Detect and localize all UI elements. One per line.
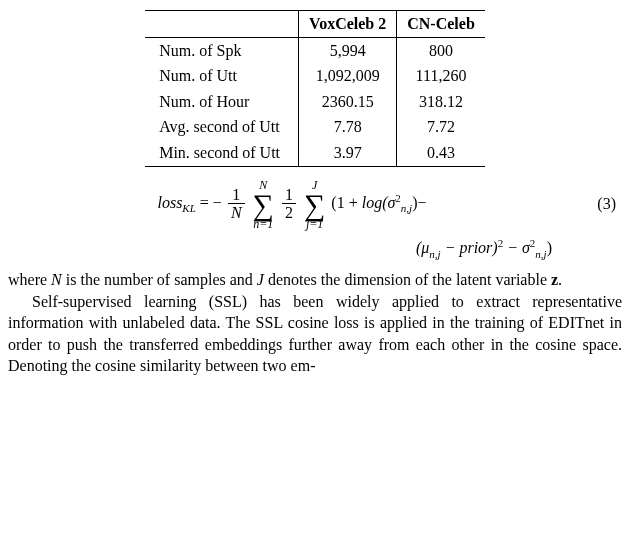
row-label: Num. of Spk [145,37,298,63]
row-vox: 7.78 [299,114,397,140]
sum-icon: J ∑ j=1 [304,179,325,230]
table-row: Avg. second of Utt 7.78 7.72 [145,114,485,140]
eq-lhs: lossKL [157,194,195,211]
row-cn: 7.72 [397,114,485,140]
paragraph-where: where N is the number of samples and J d… [8,269,622,291]
dataset-table: VoxCeleb 2 CN-Celeb Num. of Spk 5,994 80… [145,10,485,167]
row-cn: 800 [397,37,485,63]
row-label: Num. of Hour [145,89,298,115]
row-vox: 1,092,009 [299,63,397,89]
equation-line2: (μn,j − prior)2 − σ2n,j) [8,236,622,261]
table-row: Num. of Utt 1,092,009 111,260 [145,63,485,89]
eq-frac-1N: 1 N [228,187,245,222]
row-cn: 111,260 [397,63,485,89]
table-row: Num. of Hour 2360.15 318.12 [145,89,485,115]
row-vox: 3.97 [299,140,397,166]
row-label: Avg. second of Utt [145,114,298,140]
table-header-blank [145,11,298,38]
eq-term: (1 + log(σ2n,j)− [331,194,426,211]
equation-number: (3) [576,193,622,215]
row-label: Num. of Utt [145,63,298,89]
table-row: Num. of Spk 5,994 800 [145,37,485,63]
row-vox: 5,994 [299,37,397,63]
sum-icon: N ∑ n=1 [253,179,274,230]
row-cn: 318.12 [397,89,485,115]
eq-frac-12: 1 2 [282,187,296,222]
row-label: Min. second of Utt [145,140,298,166]
eq-equals: = − [200,194,222,211]
row-cn: 0.43 [397,140,485,166]
paragraph-ssl: Self-supervised learning (SSL) has been … [8,291,622,377]
equation-block: lossKL = − 1 N N ∑ n=1 1 2 J ∑ j=1 (1 + … [8,179,622,230]
table-header-cn: CN-Celeb [397,11,485,38]
table-header-vox: VoxCeleb 2 [299,11,397,38]
table-row: Min. second of Utt 3.97 0.43 [145,140,485,166]
row-vox: 2360.15 [299,89,397,115]
